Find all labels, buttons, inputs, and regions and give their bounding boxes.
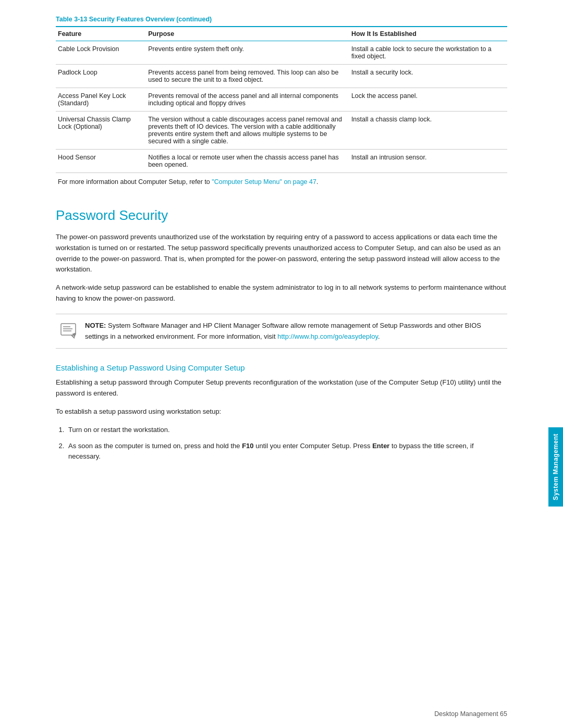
cell-purpose: The version without a cable discourages …	[146, 112, 349, 150]
table-caption-text: Security Features Overview (continued)	[89, 16, 212, 23]
page-content: Table 3-13 Security Features Overview (c…	[56, 0, 507, 499]
table-row: Cable Lock Provision Prevents entire sys…	[56, 41, 507, 65]
cell-how: Install a security lock.	[349, 65, 507, 88]
section-title-password-security: Password Security	[56, 207, 507, 224]
password-security-paragraph1: The power-on password prevents unauthori…	[56, 232, 507, 275]
password-security-paragraph2: A network-wide setup password can be est…	[56, 282, 507, 304]
cell-purpose: Prevents entire system theft only.	[146, 41, 349, 65]
subsection-paragraph2: To establish a setup password using work…	[56, 406, 507, 417]
table-header-row: Feature Purpose How It Is Established	[56, 27, 507, 41]
note-box: NOTE: System Software Manager and HP Cli…	[56, 314, 507, 349]
page-footer: Desktop Management 65	[434, 710, 507, 718]
table-row: Padlock Loop Prevents access panel from …	[56, 65, 507, 88]
cell-feature: Padlock Loop	[56, 65, 146, 88]
table-note: For more information about Computer Setu…	[56, 172, 507, 189]
list-item: As soon as the computer is turned on, pr…	[66, 441, 507, 463]
subsection-paragraph1: Establishing a setup password through Co…	[56, 377, 507, 399]
table-note-link[interactable]: "Computer Setup Menu" on page 47	[212, 178, 316, 186]
cell-purpose: Prevents access panel from being removed…	[146, 65, 349, 88]
note-text-after: .	[378, 332, 380, 340]
subsection-title: Establishing a Setup Password Using Comp…	[56, 363, 507, 372]
cell-how: Lock the access panel.	[349, 88, 507, 112]
note-icon	[60, 322, 79, 340]
table-caption: Table 3-13 Security Features Overview (c…	[56, 16, 507, 23]
cell-feature: Hood Sensor	[56, 150, 146, 173]
cell-how: Install an intrusion sensor.	[349, 150, 507, 173]
cell-purpose: Notifies a local or remote user when the…	[146, 150, 349, 173]
features-table: Feature Purpose How It Is Established Ca…	[56, 26, 507, 172]
side-tab-label: System Management	[552, 434, 559, 500]
svg-rect-0	[61, 324, 76, 335]
cell-purpose: Prevents removal of the access panel and…	[146, 88, 349, 112]
table-row: Hood Sensor Notifies a local or remote u…	[56, 150, 507, 173]
footer-text: Desktop Management 65	[434, 710, 507, 718]
table-row: Access Panel Key Lock (Standard) Prevent…	[56, 88, 507, 112]
side-tab: System Management	[548, 427, 563, 507]
note-label: NOTE:	[85, 322, 106, 329]
cell-feature: Universal Chassis Clamp Lock (Optional)	[56, 112, 146, 150]
list-item: Turn on or restart the workstation.	[66, 425, 507, 436]
note-link[interactable]: http://www.hp.com/go/easydeploy	[277, 332, 378, 340]
col-header-purpose: Purpose	[146, 27, 349, 41]
cell-how: Install a cable lock to secure the works…	[349, 41, 507, 65]
table-row: Universal Chassis Clamp Lock (Optional) …	[56, 112, 507, 150]
cell-feature: Access Panel Key Lock (Standard)	[56, 88, 146, 112]
cell-feature: Cable Lock Provision	[56, 41, 146, 65]
setup-steps-list: Turn on or restart the workstation.As so…	[66, 425, 507, 462]
cell-how: Install a chassis clamp lock.	[349, 112, 507, 150]
table-note-prefix: For more information about Computer Setu…	[58, 178, 212, 186]
table-note-suffix: .	[316, 178, 318, 186]
table-number: Table 3-13	[56, 16, 87, 23]
col-header-how: How It Is Established	[349, 27, 507, 41]
col-header-feature: Feature	[56, 27, 146, 41]
note-text: NOTE: System Software Manager and HP Cli…	[85, 320, 503, 342]
